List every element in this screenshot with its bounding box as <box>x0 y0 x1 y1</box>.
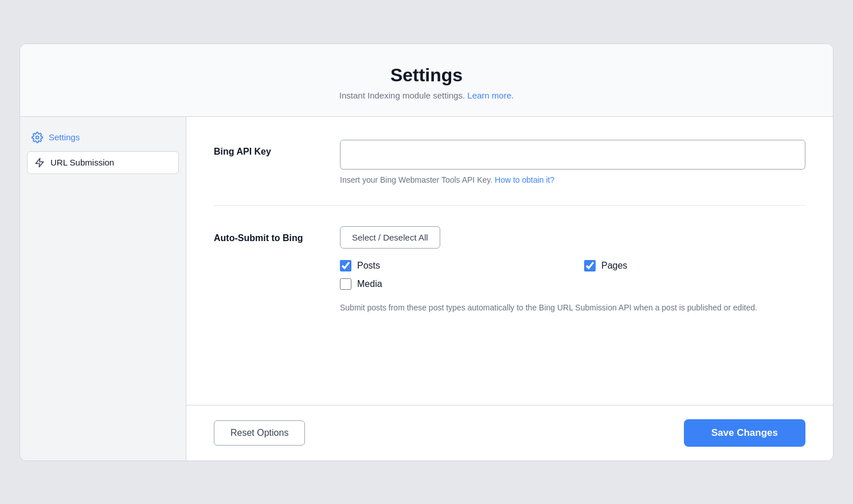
pages-label: Pages <box>601 261 627 271</box>
select-deselect-all-button[interactable]: Select / Deselect All <box>340 226 440 249</box>
posts-checkbox-item[interactable]: Posts <box>340 260 561 271</box>
sidebar: Settings URL Submission <box>20 117 186 460</box>
media-checkbox[interactable] <box>340 278 351 290</box>
posts-checkbox[interactable] <box>340 260 351 271</box>
bing-api-key-hint: Insert your Bing Webmaster Tools API Key… <box>340 175 805 184</box>
bing-api-key-label: Bing API Key <box>214 140 317 157</box>
auto-submit-field: Select / Deselect All Posts Pages <box>340 226 805 314</box>
hint-text: Insert your Bing Webmaster Tools API Key… <box>340 175 492 184</box>
bing-api-key-row: Bing API Key Insert your Bing Webmaster … <box>214 140 805 206</box>
bolt-icon <box>34 158 45 168</box>
pages-checkbox-item[interactable]: Pages <box>584 260 805 271</box>
auto-submit-row: Auto-Submit to Bing Select / Deselect Al… <box>214 226 805 334</box>
body-layout: Settings URL Submission Bing API Key <box>20 117 833 460</box>
learn-more-link[interactable]: Learn more <box>467 90 511 100</box>
main-content: Bing API Key Insert your Bing Webmaster … <box>186 117 833 460</box>
bing-api-key-field: Insert your Bing Webmaster Tools API Key… <box>340 140 805 184</box>
settings-container: Settings Instant Indexing module setting… <box>19 44 834 461</box>
pages-checkbox[interactable] <box>584 260 596 271</box>
page-title: Settings <box>32 65 821 86</box>
subtitle-text: Instant Indexing module settings. <box>339 90 465 100</box>
reset-options-button[interactable]: Reset Options <box>214 420 305 446</box>
sidebar-item-settings[interactable]: Settings <box>20 126 186 149</box>
how-to-obtain-link[interactable]: How to obtain it? <box>495 175 554 184</box>
media-label: Media <box>357 279 382 289</box>
main-body: Bing API Key Insert your Bing Webmaster … <box>186 117 833 405</box>
checkbox-grid: Posts Pages Media <box>340 260 805 290</box>
page-subtitle: Instant Indexing module settings. Learn … <box>32 90 821 100</box>
save-changes-button[interactable]: Save Changes <box>684 419 805 447</box>
sidebar-item-url-submission[interactable]: URL Submission <box>27 151 179 174</box>
sidebar-settings-label: Settings <box>49 132 80 142</box>
svg-point-0 <box>36 136 39 139</box>
auto-submit-description: Submit posts from these post types autom… <box>340 301 805 314</box>
auto-submit-label: Auto-Submit to Bing <box>214 226 317 243</box>
bing-api-key-input[interactable] <box>340 140 805 170</box>
media-checkbox-item[interactable]: Media <box>340 278 561 290</box>
posts-label: Posts <box>357 261 380 271</box>
main-footer: Reset Options Save Changes <box>186 405 833 460</box>
svg-marker-1 <box>36 158 44 167</box>
gear-icon <box>32 132 43 143</box>
sidebar-url-label: URL Submission <box>50 158 114 167</box>
page-header: Settings Instant Indexing module setting… <box>20 44 833 117</box>
